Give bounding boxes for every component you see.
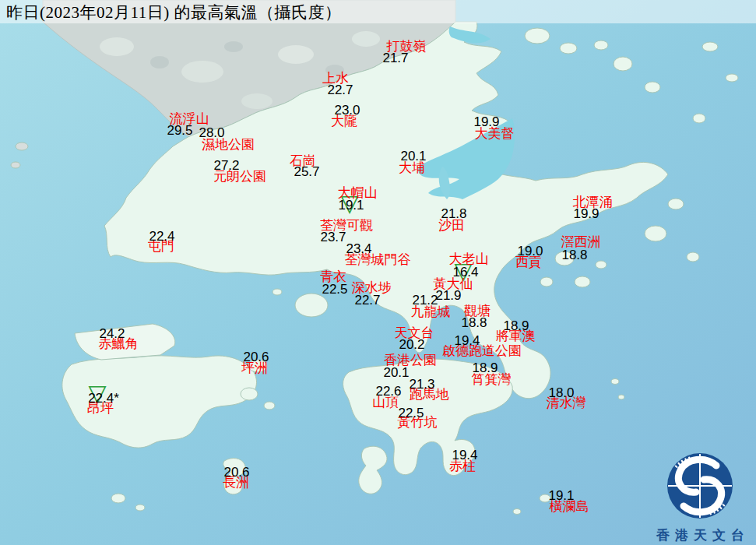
station-value: 21.3	[409, 378, 434, 391]
station-value: 23.7	[320, 230, 346, 244]
station-value: 19.0	[517, 244, 543, 258]
station-value: 22.5	[322, 283, 347, 296]
hko-logo: 香港天文台 HONG KONG OBSERVATORY	[645, 450, 756, 545]
station-value: 25.7	[294, 165, 319, 178]
hko-logo-icon	[645, 450, 756, 522]
station-value: 28.0	[199, 126, 224, 139]
station-value: 22.4*	[88, 392, 119, 405]
station-value: 21.9	[435, 289, 461, 302]
station-value: 20.6	[223, 466, 249, 479]
stations-layer: 打鼓嶺21.7上水22.7大隴23.0流浮山29.5濕地公園28.0元朗公園27…	[0, 0, 756, 545]
station-value: 22.6	[375, 385, 401, 398]
station-value: 24.2	[99, 327, 125, 340]
station-value: 18.8	[561, 248, 587, 262]
station-value: 23.0	[334, 104, 360, 117]
station-value: 20.2	[399, 338, 424, 351]
station-label: 大老山	[449, 252, 489, 265]
station-value: 29.5	[167, 124, 192, 137]
station-value: 19.9	[473, 115, 499, 128]
station-value: 22.5	[398, 406, 424, 420]
station-value: 19.4	[452, 448, 477, 462]
station-value: 18.9	[472, 361, 498, 374]
station-value: 20.1	[400, 149, 426, 163]
station-value: 21.7	[382, 51, 408, 65]
station-value: 21.2	[412, 294, 438, 307]
page-title: 昨日(2023年02月11日) 的最高氣溫（攝氏度）	[6, 2, 341, 23]
station-label: 滘西洲	[561, 235, 601, 248]
hko-logo-name-zh: 香港天文台	[645, 526, 756, 544]
station-value: 22.7	[327, 83, 353, 97]
station-value: 22.4	[149, 230, 174, 243]
station-value: 19.4	[454, 334, 480, 347]
station-value: 19.1	[548, 489, 574, 502]
station-value: 21.8	[441, 207, 466, 220]
station-value: 22.7	[354, 294, 380, 307]
station-value: 18.9	[503, 319, 529, 332]
station-value: 19.9	[573, 207, 599, 220]
station-value: 23.4	[346, 242, 371, 255]
station-value: 27.2	[213, 159, 239, 172]
station-value: 20.6	[243, 350, 269, 364]
station-value: 18.0	[548, 386, 574, 399]
station-value: 18.8	[461, 316, 487, 329]
station-value: 19.1	[338, 199, 364, 212]
station-value: 20.1	[383, 366, 409, 379]
